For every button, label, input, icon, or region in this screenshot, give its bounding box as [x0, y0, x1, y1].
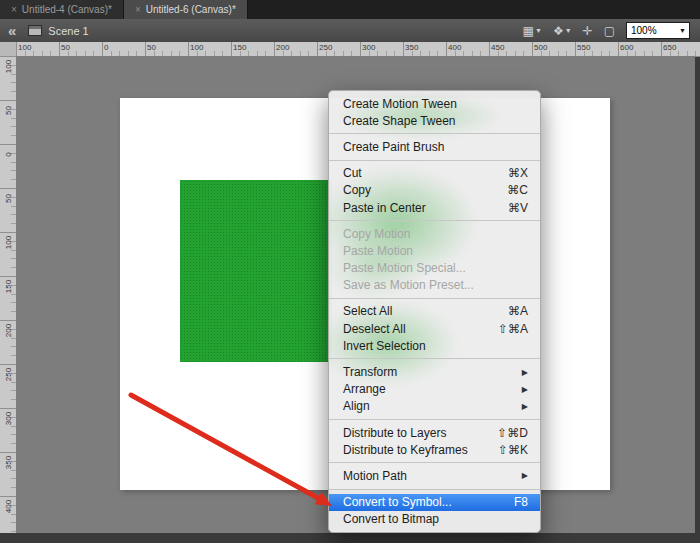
frame-icon: ▢ — [604, 25, 615, 37]
edit-scene-icon: ▦ — [523, 25, 534, 37]
ruler-label: 600 — [620, 43, 633, 52]
ruler-label: 50 — [147, 43, 156, 52]
menu-item-shortcut: ⇧⌘A — [498, 322, 528, 336]
menu-separator — [329, 133, 540, 134]
submenu-arrow-icon: ▶ — [522, 368, 528, 377]
menu-item-label: Align — [343, 399, 370, 413]
menu-item-label: Motion Path — [343, 469, 407, 483]
menu-item-label: Paste Motion — [343, 244, 413, 258]
menu-item-label: Create Paint Brush — [343, 140, 444, 154]
center-frame-button[interactable]: ✛ — [583, 25, 593, 37]
submenu-arrow-icon: ▶ — [522, 471, 528, 480]
menu-item-paste-motion-special: Paste Motion Special... — [329, 260, 540, 277]
clip-content-button[interactable]: ▢ — [604, 25, 615, 37]
menu-item-create-shape-tween[interactable]: Create Shape Tween — [329, 112, 540, 129]
close-icon[interactable]: × — [135, 5, 141, 15]
edit-bar-controls: ▦▼ ❖▼ ✛ ▢ 100% ▼ — [523, 22, 690, 39]
ruler-label: 0 — [104, 43, 108, 52]
menu-item-label: Copy Motion — [343, 227, 410, 241]
menu-item-label: Convert to Bitmap — [343, 512, 439, 526]
context-menu: Create Motion TweenCreate Shape TweenCre… — [328, 90, 541, 533]
menu-separator — [329, 358, 540, 359]
menu-item-create-paint-brush[interactable]: Create Paint Brush — [329, 138, 540, 155]
ruler-label: 100 — [4, 236, 13, 250]
green-rectangle-shape[interactable] — [180, 180, 332, 362]
menu-separator — [329, 298, 540, 299]
ruler-label: 350 — [4, 456, 13, 470]
ruler-label: 250 — [4, 368, 13, 382]
submenu-arrow-icon: ▶ — [522, 385, 528, 394]
menu-item-label: Distribute to Layers — [343, 426, 446, 440]
ruler-label: 400 — [4, 500, 13, 514]
ruler-label: 550 — [577, 43, 590, 52]
ruler-label: 100 — [190, 43, 203, 52]
menu-separator — [329, 489, 540, 490]
submenu-arrow-icon: ▶ — [522, 402, 528, 411]
menu-item-shortcut: ⌘V — [508, 201, 528, 215]
menu-item-label: Distribute to Keyframes — [343, 443, 468, 457]
document-tab-2[interactable]: ×Untitled-6 (Canvas)* — [124, 0, 248, 19]
menu-item-shortcut: ⌘X — [508, 166, 528, 180]
menu-item-label: Deselect All — [343, 322, 406, 336]
vertical-ruler: 10050050100150200250300350400 — [0, 56, 17, 533]
edit-symbols-icon: ❖ — [553, 25, 564, 37]
menu-item-create-motion-tween[interactable]: Create Motion Tween — [329, 95, 540, 112]
ruler-label: 450 — [491, 43, 504, 52]
menu-item-label: Copy — [343, 183, 371, 197]
edit-scene-button[interactable]: ▦▼ — [523, 25, 542, 37]
ruler-label: 650 — [663, 43, 676, 52]
ruler-corner — [0, 42, 17, 57]
menu-item-label: Arrange — [343, 382, 386, 396]
menu-item-cut[interactable]: Cut⌘X — [329, 165, 540, 182]
ruler-label: 150 — [233, 43, 246, 52]
menu-item-distribute-to-keyframes[interactable]: Distribute to Keyframes⇧⌘K — [329, 441, 540, 458]
menu-separator — [329, 462, 540, 463]
chevron-down-icon: ▼ — [565, 27, 572, 34]
menu-item-label: Create Shape Tween — [343, 114, 456, 128]
menu-item-convert-to-bitmap[interactable]: Convert to Bitmap — [329, 511, 540, 528]
center-frame-icon: ✛ — [583, 25, 593, 37]
menu-item-copy-motion: Copy Motion — [329, 225, 540, 242]
back-arrow-icon[interactable]: « — [8, 23, 16, 38]
document-tab-bar: ×Untitled-4 (Canvas)*×Untitled-6 (Canvas… — [0, 0, 700, 20]
menu-item-label: Paste in Center — [343, 201, 426, 215]
chevron-down-icon: ▼ — [535, 27, 542, 34]
menu-item-copy[interactable]: Copy⌘C — [329, 182, 540, 199]
menu-item-save-as-motion-preset: Save as Motion Preset... — [329, 277, 540, 294]
ruler-label: 50 — [4, 104, 13, 118]
menu-item-convert-to-symbol[interactable]: Convert to Symbol...F8 — [329, 494, 540, 511]
ruler-label: 100 — [4, 60, 13, 74]
menu-item-paste-in-center[interactable]: Paste in Center⌘V — [329, 199, 540, 216]
menu-item-shortcut: ⌘A — [508, 304, 528, 318]
zoom-dropdown[interactable]: 100% ▼ — [626, 22, 690, 39]
menu-item-deselect-all[interactable]: Deselect All⇧⌘A — [329, 320, 540, 337]
menu-item-label: Create Motion Tween — [343, 97, 457, 111]
menu-item-distribute-to-layers[interactable]: Distribute to Layers⇧⌘D — [329, 424, 540, 441]
ruler-label: 350 — [405, 43, 418, 52]
menu-separator — [329, 220, 540, 221]
menu-separator — [329, 160, 540, 161]
ruler-label: 150 — [4, 280, 13, 294]
menu-item-select-all[interactable]: Select All⌘A — [329, 303, 540, 320]
menu-item-paste-motion: Paste Motion — [329, 242, 540, 259]
menu-item-label: Convert to Symbol... — [343, 495, 452, 509]
ruler-label: 100 — [18, 43, 31, 52]
menu-item-align[interactable]: Align▶ — [329, 398, 540, 415]
ruler-label: 300 — [4, 412, 13, 426]
menu-item-label: Paste Motion Special... — [343, 261, 466, 275]
menu-item-invert-selection[interactable]: Invert Selection — [329, 337, 540, 354]
ruler-label: 250 — [319, 43, 332, 52]
scene-icon — [28, 25, 42, 36]
document-tab-1[interactable]: ×Untitled-4 (Canvas)* — [0, 0, 124, 19]
document-tab-label: Untitled-6 (Canvas)* — [146, 4, 236, 15]
menu-item-arrange[interactable]: Arrange▶ — [329, 381, 540, 398]
close-icon[interactable]: × — [11, 5, 17, 15]
edit-symbols-button[interactable]: ❖▼ — [553, 25, 572, 37]
menu-item-label: Cut — [343, 166, 362, 180]
menu-item-motion-path[interactable]: Motion Path▶ — [329, 467, 540, 484]
document-tab-label: Untitled-4 (Canvas)* — [22, 4, 112, 15]
ruler-label: 200 — [4, 324, 13, 338]
menu-item-label: Transform — [343, 365, 397, 379]
menu-item-shortcut: ⌘C — [507, 183, 528, 197]
menu-item-transform[interactable]: Transform▶ — [329, 363, 540, 380]
